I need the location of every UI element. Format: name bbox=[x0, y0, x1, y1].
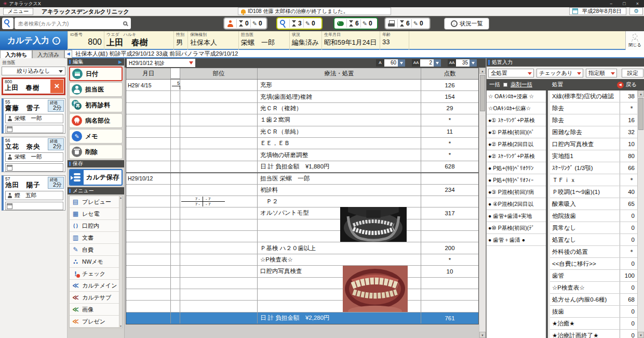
shochi-item[interactable]: ☆P検査表☆ 0 bbox=[550, 282, 637, 294]
shochi-item[interactable]: ｽｹｰﾘﾝｸﾞ (1/3顎) 66 bbox=[550, 162, 637, 174]
patient-search-button[interactable] bbox=[2, 18, 14, 29]
maximize-button[interactable]: □ bbox=[623, 1, 625, 6]
shochi-item[interactable]: 処置なし 0 bbox=[550, 234, 637, 246]
ikkatsu-item[interactable]: ● P処+(特)ﾍﾟﾘｵﾌｨｰ bbox=[487, 174, 546, 186]
edit-button[interactable]: メモ bbox=[69, 129, 123, 144]
scroll-down-icon[interactable]: ▼ bbox=[479, 332, 486, 338]
line-spacing-control[interactable]: AA 2 bbox=[412, 59, 441, 67]
shochi-item[interactable]: 口腔内写真検査 10 bbox=[550, 138, 637, 150]
back-button[interactable]: ◀ 戻る bbox=[617, 81, 644, 88]
ikkatsu-item[interactable]: ☆OAｷｼﾛｶ+伝麻☆ bbox=[487, 102, 546, 114]
shochi-item[interactable]: <<自費に移行>> 0 bbox=[550, 258, 637, 270]
karte-row[interactable]: 充填物の研磨調整 * bbox=[126, 149, 478, 161]
ikkatsu-item[interactable]: ●③ P混検(初回)!病 bbox=[487, 186, 546, 198]
shochi-item[interactable]: 外科後の処置 ＊ bbox=[550, 246, 637, 258]
scrollbar-thumb[interactable] bbox=[638, 98, 643, 130]
patient-card[interactable]: 57 池田 陽子 × 経過 2分 鰹 五郎 bbox=[2, 175, 65, 211]
karte-row[interactable]: オルソパントモ型 317 bbox=[126, 207, 478, 219]
chevron-down-icon[interactable] bbox=[469, 59, 477, 67]
patient-card[interactable]: 56 立花 奈央 × 経過 2分 栄螺 一郎 bbox=[2, 137, 65, 172]
menu-item[interactable]: プレビュー bbox=[70, 196, 122, 208]
patient-search-input[interactable] bbox=[17, 20, 122, 27]
remove-patient-button[interactable]: × bbox=[50, 80, 63, 93]
status-badge-print[interactable]: 6 ✎0 bbox=[384, 17, 431, 30]
chevron-down-icon[interactable] bbox=[398, 59, 405, 67]
karte-scrollbar[interactable]: ▲ ▼ bbox=[479, 68, 486, 338]
visit-tab[interactable]: H29/10/12 初診 bbox=[127, 59, 195, 67]
menu-item[interactable]: 口腔内 bbox=[70, 220, 122, 232]
procedure-scrollbar[interactable]: ▲ ▼ bbox=[637, 90, 644, 338]
karte-row[interactable] bbox=[126, 301, 478, 312]
shochi-item[interactable]: 困難な除去 32 bbox=[550, 126, 637, 138]
scroll-up-icon[interactable]: ▲ bbox=[479, 68, 486, 74]
shochi-item[interactable]: Ｐ咬調(1〜9歯)(1) 40 bbox=[550, 186, 637, 198]
menu-item[interactable]: プレゼン bbox=[70, 316, 122, 328]
circle-down-icon[interactable]: ↓ bbox=[52, 37, 60, 45]
menu-item[interactable]: レセ電 bbox=[70, 208, 122, 220]
edit-button[interactable]: 担当医 bbox=[69, 82, 123, 97]
status-list-button[interactable]: ↓ 状況一覧 bbox=[444, 18, 489, 30]
filter-check-dropdown[interactable]: チェックあり bbox=[536, 69, 583, 77]
scroll-down-icon[interactable]: ▼ bbox=[638, 332, 644, 338]
tab-waiting[interactable]: 入力待ち bbox=[0, 50, 32, 58]
shochi-item[interactable]: ★治療計画終了★ 0 bbox=[550, 330, 637, 338]
karte-row[interactable]: 光ＣＲ（複雑） 29 bbox=[126, 103, 478, 114]
shochi-item[interactable]: 除去 16 bbox=[550, 114, 637, 126]
menu-item[interactable]: 文書 bbox=[70, 232, 122, 244]
ikkatsu-item[interactable]: ●② ｽｹｰﾘﾝｸﾞ+P基検 bbox=[487, 150, 546, 162]
edit-button[interactable]: 初再診料 bbox=[69, 98, 123, 112]
minimize-button[interactable]: − bbox=[610, 1, 612, 6]
shochi-item[interactable]: 除去 ＊ bbox=[550, 102, 637, 114]
scroll-up-icon[interactable]: ▲ bbox=[638, 90, 644, 97]
karte-row[interactable]: ☆P検査表☆ * bbox=[126, 254, 478, 266]
doctor-filter-dropdown[interactable]: 絞り込みなし bbox=[2, 67, 65, 75]
yakuzai-checkbox-icon[interactable] bbox=[503, 83, 507, 87]
shochi-item[interactable]: 処方せん(内服0-6種) 68 bbox=[550, 294, 637, 306]
ikkatsu-item[interactable]: ●① P基検(初回)(ﾊﾟ bbox=[487, 126, 546, 138]
shochi-item[interactable]: 他院抜歯 0 bbox=[550, 210, 637, 222]
karte-row[interactable]: Ｐ基検 ハ２０歯以上 200 bbox=[126, 242, 478, 254]
karte-row[interactable]: ＥＥ，ＥＢ * bbox=[126, 138, 478, 149]
edit-button[interactable]: 削除 bbox=[69, 145, 123, 159]
karte-row[interactable] bbox=[126, 278, 478, 289]
menu-item[interactable]: 自費 bbox=[70, 244, 122, 256]
karte-row[interactable]: 日 計 負担金額 ¥1,880円 628 bbox=[126, 161, 478, 173]
karte-row[interactable]: 7 -- 77 -- 7 Ｐ２ bbox=[126, 196, 478, 207]
procedure-settings-button[interactable]: 設定 bbox=[622, 69, 643, 77]
shochi-item[interactable]: 歯管 100 bbox=[550, 270, 637, 282]
settings-button[interactable]: ⚙ bbox=[629, 7, 643, 15]
shochi-item[interactable]: 実地指1 80 bbox=[550, 150, 637, 162]
karte-row[interactable] bbox=[126, 219, 478, 231]
window-close-button[interactable]: × bbox=[636, 1, 639, 6]
ikkatsu-item[interactable]: ● P処+(特)ﾍﾟﾘｵｸﾘﾝ bbox=[487, 162, 546, 174]
row-height-control[interactable]: AA 35 bbox=[448, 59, 477, 67]
karte-row[interactable] bbox=[126, 231, 478, 242]
expand-right-icon[interactable]: ▶ bbox=[118, 58, 122, 66]
status-badge-treatment[interactable]: 3 ✎0 bbox=[276, 17, 323, 30]
ikkatsu-item[interactable]: ● ④P混検(2回目以 bbox=[487, 198, 546, 210]
save-karte-button[interactable]: カルテ保存 bbox=[69, 169, 123, 186]
shochi-item[interactable]: ★治癒★ 0 bbox=[550, 318, 637, 330]
filter-all-dropdown[interactable]: 全処置 bbox=[488, 69, 534, 77]
status-badge-reception[interactable]: 0 ✎0 bbox=[223, 17, 267, 30]
shochi-item[interactable]: 異常なし 0 bbox=[550, 222, 637, 234]
edit-button[interactable]: 病名部位 bbox=[69, 113, 123, 128]
font-size-control[interactable]: A 60 bbox=[376, 59, 405, 67]
karte-row[interactable]: 光ＣＲ（単純） 11 bbox=[126, 126, 478, 138]
shochi-item[interactable]: ＴＦｉｘ ＊ bbox=[550, 174, 637, 186]
shochi-item[interactable]: 抜歯 0 bbox=[550, 306, 637, 318]
edit-button[interactable]: 日付 bbox=[69, 67, 123, 81]
filter-order-dropdown[interactable]: 指定順 bbox=[586, 69, 617, 77]
ikkatsu-item[interactable]: ● 歯管+歯清+実地 bbox=[487, 210, 546, 222]
tab-done[interactable]: 入力済み bbox=[32, 50, 64, 58]
karte-row[interactable]: 口腔内写真検査 10 bbox=[126, 266, 478, 277]
ikkatsu-item[interactable]: ☆ OAｷｼﾛｶ+浸麻 ☆ bbox=[487, 90, 546, 102]
ikkatsu-item[interactable]: ●① ｽｹｰﾘﾝｸﾞ+P基検 bbox=[487, 114, 546, 126]
menu-item[interactable]: チェック bbox=[70, 268, 122, 280]
menu-button[interactable]: メニュー bbox=[3, 8, 33, 15]
karte-row[interactable]: 日 計 負担金額 ¥2,280円 761 bbox=[126, 313, 478, 324]
menu-item[interactable]: カルテメイン bbox=[70, 280, 122, 292]
col-yakuzai-label[interactable]: 薬剤一括 bbox=[511, 81, 532, 88]
ikkatsu-item[interactable]: ● 歯管＋歯清 ● bbox=[487, 234, 546, 246]
karte-row[interactable]: １歯２窩洞 * bbox=[126, 114, 478, 126]
